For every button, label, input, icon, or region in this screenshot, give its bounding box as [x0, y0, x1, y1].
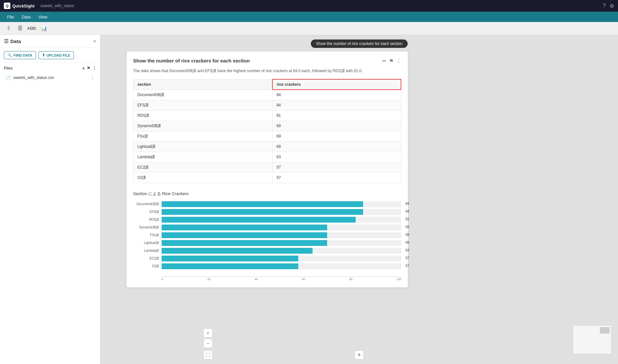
bar-label: DocumentDB課	[133, 202, 159, 206]
bar-value-label: 57	[406, 264, 409, 268]
data-icon: ☰	[4, 38, 8, 44]
menu-file[interactable]: File	[4, 13, 17, 21]
value-cell: 84	[272, 90, 401, 100]
flag-icon[interactable]: ⚑	[87, 66, 90, 71]
bar-track: 81	[162, 217, 401, 223]
bar-track: 69	[162, 240, 401, 246]
file-more-icon[interactable]: ⋮	[90, 75, 95, 80]
section-cell: S3課	[133, 172, 273, 183]
bar-value-label: 69	[406, 233, 409, 237]
bar-fill	[162, 217, 356, 223]
toolbar: ⇧ 🗄 ADD: 📊	[0, 22, 618, 35]
zoom-in-button[interactable]: +	[203, 328, 212, 337]
more-options-icon[interactable]: ⋮	[396, 58, 401, 64]
content-area: Show the number of rice crackers for eac…	[100, 35, 618, 364]
top-bar-right: ? ⚙	[603, 3, 614, 9]
axis-label: 60	[302, 278, 305, 281]
add-widget-button[interactable]: +	[355, 350, 364, 359]
bar-fill	[162, 232, 327, 238]
chart-title: Section による Rice Crackers	[133, 191, 401, 197]
bar-fill	[162, 256, 298, 261]
bar-track: 57	[162, 263, 401, 269]
axis-label: 80	[349, 278, 352, 281]
menu-data[interactable]: Data	[18, 13, 34, 21]
help-icon[interactable]: ?	[603, 3, 606, 9]
bar-fill	[162, 263, 298, 269]
table-row: DynamoDB課69	[133, 121, 401, 131]
sidebar-close-button[interactable]: ×	[93, 39, 96, 44]
bar-label: S3課	[133, 264, 159, 269]
files-section: Files ∧ ⚑ ⋮ 📄 sweets_with_status.csv ⋮	[0, 63, 100, 85]
bar-fill	[162, 225, 327, 230]
table-row: Lightsail課69	[133, 141, 401, 152]
upload-file-button[interactable]: ⬆ UPLOAD FILE	[39, 51, 74, 59]
file-item: 📄 sweets_with_status.csv ⋮	[4, 73, 96, 82]
axis-label: 20	[207, 278, 211, 281]
value-cell: 69	[272, 141, 401, 152]
add-visual-icon[interactable]: 📊	[40, 24, 49, 33]
menu-view[interactable]: View	[35, 13, 51, 21]
widget-title: Show the number of rice crackers for eac…	[133, 58, 250, 63]
bar-value-label: 84	[406, 202, 409, 205]
value-cell: 63	[272, 152, 401, 162]
bar-row: Lambda課63	[133, 248, 401, 254]
app-logo: Q QuickSight	[4, 3, 35, 9]
widget-header: Show the number of rice crackers for eac…	[133, 58, 401, 64]
bar-value-label: 57	[406, 256, 409, 260]
files-header-icons: ∧ ⚑ ⋮	[82, 66, 96, 71]
table-row: S3課57	[133, 172, 401, 183]
section-cell: FSx課	[133, 131, 273, 141]
value-cell: 84	[272, 100, 401, 110]
section-cell: Lambda課	[133, 152, 273, 162]
expand-button[interactable]: ⛶	[203, 350, 212, 359]
bar-row: RDS課81	[133, 217, 401, 223]
bar-fill	[162, 248, 313, 254]
add-label: ADD:	[27, 26, 37, 31]
table-row: Lambda課63	[133, 152, 401, 162]
value-cell: 57	[272, 162, 401, 172]
files-section-header: Files ∧ ⚑ ⋮	[4, 66, 96, 71]
bar-track: 84	[162, 209, 401, 215]
value-cell: 57	[272, 172, 401, 183]
top-bar: Q QuickSight sweets_with_status ? ⚙	[0, 0, 618, 12]
bar-label: EFS課	[133, 210, 159, 214]
bar-label: Lambda課	[133, 248, 159, 253]
bar-fill	[162, 201, 363, 207]
edit-icon[interactable]: ✏	[382, 58, 386, 64]
chart-axis: 020406080100	[162, 276, 401, 281]
bar-track: 69	[162, 225, 401, 230]
axis-label: 0	[162, 278, 163, 281]
section-cell: RDS課	[133, 110, 273, 121]
share-icon[interactable]: ⇧	[4, 24, 13, 33]
col-section-header: section	[133, 79, 273, 90]
bar-row: DocumentDB課84	[133, 201, 401, 207]
section-cell: DynamoDB課	[133, 121, 273, 131]
bar-row: EC2課57	[133, 256, 401, 261]
value-cell: 69	[272, 121, 401, 131]
table-row: RDS課81	[133, 110, 401, 121]
sidebar: ☰ Data × 🔍 FIND DATA ⬆ UPLOAD FILE Files…	[0, 35, 100, 364]
minimap-viewport	[600, 327, 610, 334]
more-icon[interactable]: ⋮	[92, 66, 96, 71]
bar-label: EC2課	[133, 256, 159, 261]
find-data-button[interactable]: 🔍 FIND DATA	[4, 51, 36, 59]
section-cell: EFS課	[133, 100, 273, 110]
chart-container: DocumentDB課84EFS課84RDS課81DynamoDB課69FSx課…	[133, 201, 401, 274]
logo-icon: Q	[4, 3, 10, 9]
sidebar-title: ☰ Data	[4, 38, 21, 44]
zoom-out-button[interactable]: −	[203, 339, 212, 348]
minimap	[573, 325, 612, 354]
bar-row: FSx課69	[133, 232, 401, 238]
bar-value-label: 63	[406, 248, 409, 252]
bookmark-icon[interactable]: ⚑	[389, 58, 394, 64]
settings-icon[interactable]: ⚙	[610, 3, 614, 9]
bar-value-label: 81	[406, 217, 409, 221]
collapse-icon[interactable]: ∧	[82, 66, 85, 71]
database-icon[interactable]: 🗄	[16, 24, 25, 33]
section-cell: Lightsail課	[133, 141, 273, 152]
file-name[interactable]: sweets_with_status.csv	[13, 75, 54, 80]
document-title: sweets_with_status	[40, 4, 74, 8]
bar-row: Lightsail課69	[133, 240, 401, 246]
bar-track: 84	[162, 201, 401, 207]
sidebar-actions: 🔍 FIND DATA ⬆ UPLOAD FILE	[0, 48, 100, 63]
